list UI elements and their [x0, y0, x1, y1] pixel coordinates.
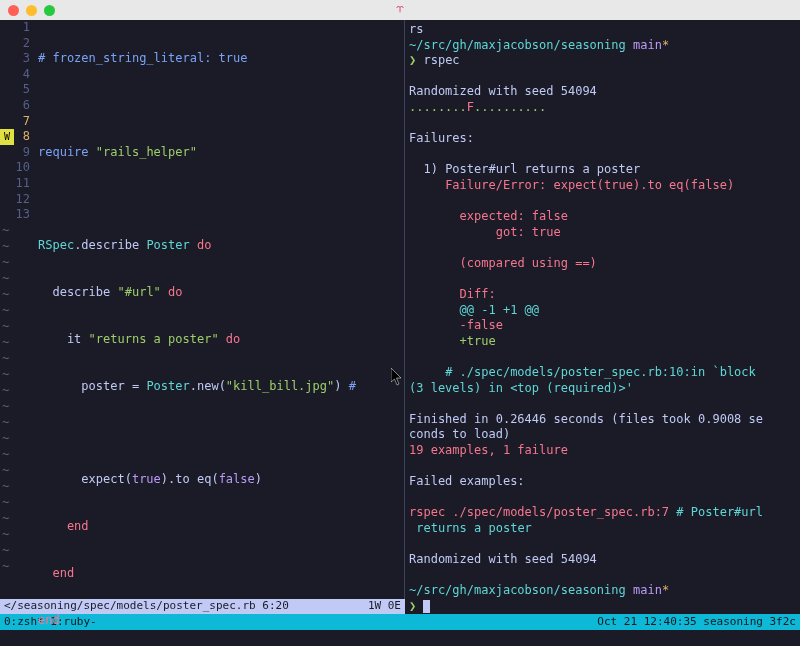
zoom-icon[interactable]: [44, 5, 55, 16]
code-token: ): [255, 472, 262, 486]
code-token: true: [132, 472, 161, 486]
line-number: 8: [0, 129, 30, 145]
tmux-right-status: Oct 21 12:40:35 seasoning 3f2c: [597, 615, 796, 629]
tilde-icon: ~: [2, 303, 9, 319]
code-line: # frozen_string_literal: true: [38, 51, 248, 65]
terminal-line: (compared using ==): [409, 256, 796, 272]
code-token: "returns a poster": [89, 332, 219, 346]
code-token: .new(: [190, 379, 226, 393]
code-token: expect(: [38, 472, 132, 486]
terminal-line: got: true: [409, 225, 796, 241]
terminal-line: [409, 396, 796, 412]
tilde-icon: ~: [2, 287, 9, 303]
terminal-line: Finished in 0.26446 seconds (files took …: [409, 412, 796, 428]
terminal-line: Diff:: [409, 287, 796, 303]
terminal-line: [409, 69, 796, 85]
terminal-line: [409, 349, 796, 365]
terminal-line: @@ -1 +1 @@: [409, 303, 796, 319]
terminal-line: # ./spec/models/poster_spec.rb:10:in `bl…: [409, 365, 796, 381]
terminal-prompt-line: ~/src/gh/maxjacobson/seasoning main*: [409, 583, 796, 599]
terminal-pane[interactable]: rs ~/src/gh/maxjacobson/seasoning main* …: [405, 20, 800, 614]
terminal-line: 19 examples, 1 failure: [409, 443, 796, 459]
statusbar-filename: </seasoning/spec/models/poster_spec.rb 6…: [4, 599, 289, 613]
code-token: do: [190, 238, 212, 252]
line-number: 5: [0, 82, 30, 98]
code-area[interactable]: # frozen_string_literal: true require "r…: [38, 20, 404, 646]
line-number-gutter: 1 2 3 4 5 6 7 8 9 10 11 12 13: [0, 20, 36, 223]
code-token: false: [219, 472, 255, 486]
code-token: end: [38, 566, 74, 580]
terminal-line: expected: false: [409, 209, 796, 225]
terminal-prompt-active[interactable]: ❯: [409, 599, 796, 615]
terminal-command: ❯ rspec: [409, 53, 796, 69]
terminal-line: [409, 116, 796, 132]
tilde-icon: ~: [2, 223, 9, 239]
terminal-line: +true: [409, 334, 796, 350]
terminal-line: Failed examples:: [409, 474, 796, 490]
line-number: 1: [0, 20, 30, 36]
code-token: "kill_bill.jpg": [226, 379, 334, 393]
tilde-icon: ~: [2, 255, 9, 271]
tilde-icon: ~: [2, 511, 9, 527]
line-number: 10: [0, 160, 30, 176]
tilde-icon: ~: [2, 543, 9, 559]
terminal-line: Randomized with seed 54094: [409, 84, 796, 100]
traffic-lights: [8, 5, 55, 16]
terminal-line: 1) Poster#url returns a poster: [409, 162, 796, 178]
terminal-line: [409, 147, 796, 163]
code-token: Poster: [146, 238, 189, 252]
line-number: 3: [0, 51, 30, 67]
code-token: it: [38, 332, 89, 346]
terminal-line: rs: [409, 22, 796, 38]
terminal-statusbar: [405, 631, 800, 646]
titlebar-icon: ⥾: [395, 2, 405, 18]
tilde-icon: ~: [2, 271, 9, 287]
terminal-line: conds to load): [409, 427, 796, 443]
tilde-icon: ~: [2, 479, 9, 495]
editor-pane[interactable]: W 1 2 3 4 5 6 7 8 9 10 11 12 13 # frozen…: [0, 20, 405, 614]
code-token: "rails_helper": [89, 145, 197, 159]
terminal-line: Failure/Error: expect(true).to eq(false): [409, 178, 796, 194]
terminal-line: returns a poster: [409, 521, 796, 537]
close-icon[interactable]: [8, 5, 19, 16]
terminal-line: [409, 537, 796, 553]
tilde-icon: ~: [2, 447, 9, 463]
terminal-prompt-line: ~/src/gh/maxjacobson/seasoning main*: [409, 38, 796, 54]
line-number: 13: [0, 207, 30, 223]
cursor-icon: [423, 600, 430, 613]
line-number: 6: [0, 98, 30, 114]
line-number: 12: [0, 192, 30, 208]
line-number: 2: [0, 36, 30, 52]
code-token: =: [132, 379, 146, 393]
titlebar: ⥾: [0, 0, 800, 20]
terminal-line: [409, 568, 796, 584]
line-number: 9: [0, 145, 30, 161]
minimize-icon[interactable]: [26, 5, 37, 16]
line-number: 11: [0, 176, 30, 192]
code-token: Poster: [146, 379, 189, 393]
terminal-line: [409, 194, 796, 210]
terminal-line: Failures:: [409, 131, 796, 147]
line-number: 4: [0, 67, 30, 83]
code-token: .describe: [74, 238, 146, 252]
code-token: "#url": [117, 285, 160, 299]
code-token: poster: [38, 379, 132, 393]
terminal-line: (3 levels) in <top (required)>': [409, 381, 796, 397]
line-number: 7: [0, 114, 30, 130]
editor-statusbar: </seasoning/spec/models/poster_spec.rb 6…: [0, 599, 405, 614]
tilde-icon: ~: [2, 399, 9, 415]
tilde-icon: ~: [2, 319, 9, 335]
tilde-icon: ~: [2, 351, 9, 367]
tilde-icon: ~: [2, 335, 9, 351]
code-token: ).to eq(: [161, 472, 219, 486]
tilde-icon: ~: [2, 415, 9, 431]
terminal-line: rspec ./spec/models/poster_spec.rb:7 # P…: [409, 505, 796, 521]
tilde-icon: ~: [2, 559, 9, 575]
tilde-icon: ~: [2, 431, 9, 447]
tilde-icon: ~: [2, 367, 9, 383]
code-token: do: [161, 285, 183, 299]
code-token: ): [334, 379, 348, 393]
terminal-line: [409, 240, 796, 256]
terminal-line: Randomized with seed 54094: [409, 552, 796, 568]
code-token: #: [349, 379, 356, 393]
